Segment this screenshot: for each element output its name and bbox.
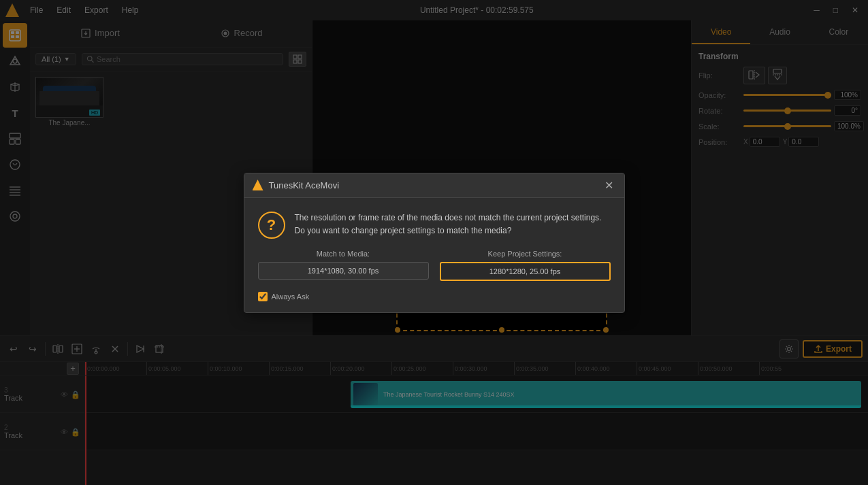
dialog-overlay[interactable]: TunesKit AceMovi ✕ ? The resolution or f… (0, 0, 868, 485)
dialog: TunesKit AceMovi ✕ ? The resolution or f… (244, 173, 625, 313)
dialog-title-text: TunesKit AceMovi (269, 180, 340, 190)
dialog-message: The resolution or frame rate of the medi… (295, 212, 611, 237)
dialog-title: TunesKit AceMovi (253, 180, 340, 190)
dialog-logo-icon (253, 180, 263, 190)
always-ask-label[interactable]: Always Ask (272, 292, 310, 301)
dialog-body: ? The resolution or frame rate of the me… (244, 198, 624, 312)
always-ask-checkbox[interactable] (258, 292, 268, 301)
dialog-footer: Always Ask (258, 292, 611, 301)
dialog-question-icon: ? (258, 212, 285, 239)
dialog-close-button[interactable]: ✕ (602, 178, 616, 192)
match-media-button[interactable]: 1914*1080, 30.00 fps (258, 262, 429, 280)
dialog-options: Match to Media: 1914*1080, 30.00 fps Kee… (258, 250, 611, 281)
keep-settings-option: Keep Project Settings: 1280*1280, 25.00 … (440, 250, 611, 281)
dialog-header: TunesKit AceMovi ✕ (244, 173, 624, 198)
keep-settings-button[interactable]: 1280*1280, 25.00 fps (440, 262, 611, 281)
match-media-label: Match to Media: (258, 250, 429, 258)
dialog-message-row: ? The resolution or frame rate of the me… (258, 212, 611, 239)
keep-settings-label: Keep Project Settings: (440, 250, 611, 258)
match-to-media-option: Match to Media: 1914*1080, 30.00 fps (258, 250, 429, 281)
